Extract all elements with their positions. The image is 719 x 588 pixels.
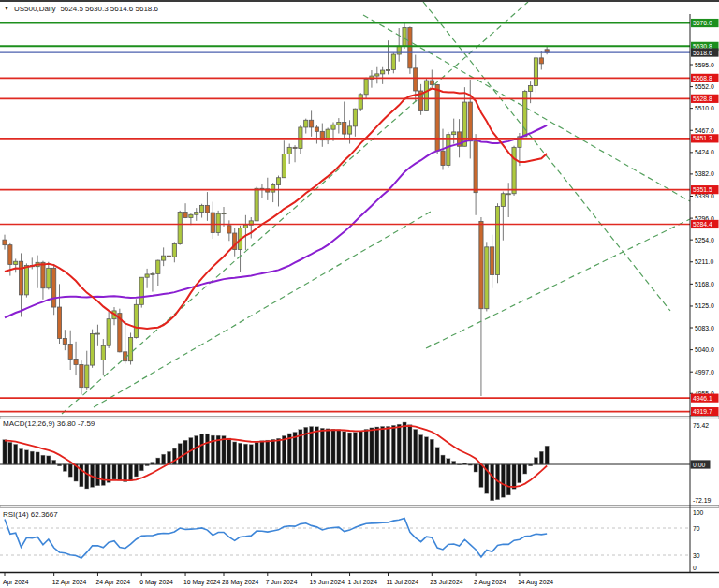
candlesticks-layer [3, 23, 549, 396]
chart-ohlc-values: 5624.5 5630.3 5614.6 5618.6 [60, 5, 158, 13]
svg-text:1 Jul 2024: 1 Jul 2024 [348, 579, 378, 585]
macd-indicator-label: MACD(12,26,9) 36.80 -7.59 [3, 419, 95, 428]
svg-text:5467.0: 5467.0 [695, 127, 714, 134]
svg-text:100: 100 [693, 509, 704, 516]
chart-symbol-label: US500,Daily [14, 5, 55, 13]
svg-text:4997.0: 4997.0 [695, 369, 714, 375]
svg-text:5211.0: 5211.0 [695, 258, 714, 265]
svg-text:5676.0: 5676.0 [693, 20, 712, 26]
svg-text:5382.0: 5382.0 [695, 170, 714, 177]
chart-canvas[interactable]: 5595.05552.05510.05467.05424.05382.05339… [0, 2, 719, 588]
svg-text:23 Jul 2024: 23 Jul 2024 [430, 579, 462, 585]
svg-text:5040.0: 5040.0 [695, 346, 714, 353]
svg-text:0.00: 0.00 [693, 462, 705, 468]
svg-text:Apr 2024: Apr 2024 [3, 579, 29, 586]
chart-title-bar: ▼ US500,Daily 5624.5 5630.3 5614.6 5618.… [0, 3, 158, 14]
rsi-indicator-label: RSI(14) 62.3667 [3, 510, 58, 519]
svg-text:5125.0: 5125.0 [695, 302, 714, 309]
mt4-chart-window: ▼ US500,Daily 5624.5 5630.3 5614.6 5618.… [0, 0, 719, 588]
svg-text:5083.0: 5083.0 [695, 325, 714, 331]
svg-text:5618.6: 5618.6 [693, 50, 712, 56]
svg-text:5254.0: 5254.0 [695, 237, 714, 243]
svg-text:5595.0: 5595.0 [695, 62, 714, 68]
svg-text:19 Jun 2024: 19 Jun 2024 [310, 579, 345, 585]
svg-text:28 May 2024: 28 May 2024 [222, 579, 259, 586]
svg-text:5528.8: 5528.8 [693, 96, 712, 102]
ma-slow-line [5, 125, 547, 318]
svg-text:11 Jul 2024: 11 Jul 2024 [387, 579, 419, 585]
svg-text:0: 0 [693, 565, 697, 571]
macd-histogram [3, 422, 549, 501]
svg-text:2 Aug 2024: 2 Aug 2024 [474, 579, 506, 586]
svg-text:5552.0: 5552.0 [695, 83, 714, 90]
svg-text:12 Apr 2024: 12 Apr 2024 [52, 579, 87, 586]
svg-text:5284.4: 5284.4 [693, 221, 712, 228]
svg-text:5168.0: 5168.0 [695, 281, 714, 287]
time-axis[interactable]: Apr 202412 Apr 202424 Apr 20246 May 2024… [3, 573, 553, 586]
svg-text:-72.19: -72.19 [693, 497, 711, 504]
rsi-axis[interactable]: 10070300 [693, 509, 704, 571]
svg-text:6 May 2024: 6 May 2024 [139, 579, 173, 586]
price-axis[interactable]: 5595.05552.05510.05467.05424.05382.05339… [690, 19, 719, 419]
svg-text:4919.7: 4919.7 [693, 408, 712, 415]
rsi-line [5, 518, 547, 558]
rsi-pane [0, 518, 690, 558]
svg-text:30: 30 [693, 552, 700, 559]
ohlc-collapse-icon[interactable]: ▼ [4, 6, 9, 11]
svg-text:76.42: 76.42 [693, 422, 709, 429]
svg-text:4946.1: 4946.1 [693, 395, 712, 402]
svg-text:14 Aug 2024: 14 Aug 2024 [518, 579, 553, 586]
svg-text:5451.3: 5451.3 [693, 135, 712, 141]
svg-text:5424.0: 5424.0 [695, 149, 714, 155]
svg-text:24 Apr 2024: 24 Apr 2024 [95, 579, 130, 586]
trendlines-layer[interactable] [62, 2, 690, 414]
svg-text:5351.5: 5351.5 [693, 186, 712, 193]
svg-text:16 May 2024: 16 May 2024 [183, 579, 221, 586]
svg-text:5510.0: 5510.0 [695, 105, 714, 111]
svg-text:7 Jun 2024: 7 Jun 2024 [266, 579, 298, 585]
macd-axis[interactable]: 76.420.00-72.19 [691, 422, 712, 504]
svg-text:70: 70 [693, 525, 700, 532]
svg-text:5568.8: 5568.8 [693, 75, 712, 81]
